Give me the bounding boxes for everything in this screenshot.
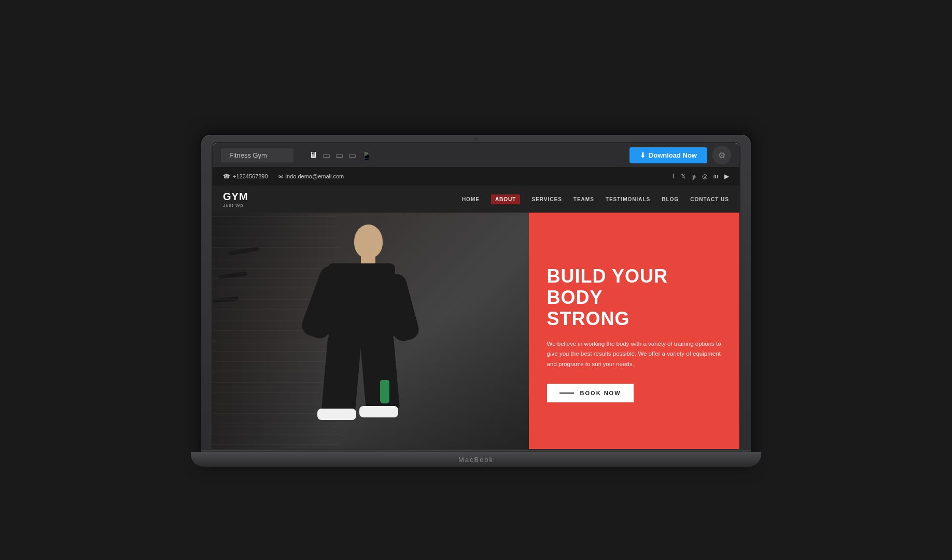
contact-info: ☎ +1234567890 ✉ indo.demo@email.com <box>223 173 344 180</box>
hero-headline-line2: STRONG <box>547 308 630 329</box>
btn-line-decoration <box>559 393 574 394</box>
website: GYM Just Wp HOME ABOUT SERVICES TEAMS TE… <box>213 186 739 455</box>
instagram-icon[interactable]: ◎ <box>702 173 707 180</box>
book-now-button[interactable]: BOOK NOW <box>547 384 634 402</box>
hero-image <box>213 213 529 455</box>
phone-number: +1234567890 <box>233 173 268 179</box>
logo-subtitle: Just Wp <box>223 203 248 208</box>
logo-title: GYM <box>223 191 248 203</box>
gear-button[interactable]: ⚙ <box>712 146 731 164</box>
download-label: Download Now <box>649 151 697 159</box>
linkedin-icon[interactable]: in <box>713 173 718 180</box>
device-icons: 🖥 ▭ ▭ ▭ 📱 <box>309 150 372 160</box>
hero-description: We believe in working the body with a va… <box>547 339 721 370</box>
site-title: Fitness Gym <box>221 148 293 162</box>
twitter-icon[interactable]: 𝕏 <box>681 173 686 180</box>
figure-left-leg <box>321 332 362 418</box>
small-tablet-icon[interactable]: ▭ <box>348 150 356 160</box>
nav-item-testimonials[interactable]: TESTIMONIALS <box>606 197 650 202</box>
figure-right-shoe <box>359 406 398 417</box>
desktop-icon[interactable]: 🖥 <box>309 150 317 160</box>
nav-item-blog[interactable]: BLOG <box>662 197 679 202</box>
hero-headline: BUILD YOUR BODY STRONG <box>547 265 721 330</box>
email-address: indo.demo@email.com <box>286 173 344 179</box>
person-figure <box>276 225 450 448</box>
hero-headline-line1: BUILD YOUR BODY <box>547 265 668 308</box>
phone-icon: ☎ <box>223 173 230 180</box>
facebook-icon[interactable]: f <box>673 173 674 180</box>
download-button[interactable]: ⬇ Download Now <box>629 147 707 163</box>
laptop-base: MacBook <box>191 452 761 467</box>
laptop-body: Fitness Gym 🖥 ▭ ▭ ▭ 📱 ⬇ Download Now <box>201 135 751 467</box>
book-btn-label: BOOK NOW <box>580 390 621 396</box>
youtube-icon[interactable]: ▶ <box>724 173 729 180</box>
monitor-icon[interactable]: ▭ <box>323 150 330 160</box>
email-item: ✉ indo.demo@email.com <box>278 173 344 180</box>
nav-item-about[interactable]: ABOUT <box>491 194 521 204</box>
camera <box>474 137 478 141</box>
nav-item-teams[interactable]: TEAMS <box>573 197 594 202</box>
figure-right-leg <box>359 332 400 415</box>
navbar: GYM Just Wp HOME ABOUT SERVICES TEAMS TE… <box>213 186 739 213</box>
hero-section: BUILD YOUR BODY STRONG We believe in wor… <box>213 213 739 455</box>
nav-item-home[interactable]: HOME <box>462 197 480 202</box>
social-icons: f 𝕏 𝐩 ◎ in ▶ <box>673 173 729 180</box>
download-icon: ⬇ <box>640 151 646 159</box>
nav-menu: HOME ABOUT SERVICES TEAMS TESTIMONIALS B… <box>462 194 729 204</box>
hero-content-panel: BUILD YOUR BODY STRONG We believe in wor… <box>529 213 739 455</box>
pinterest-icon[interactable]: 𝐩 <box>692 173 696 180</box>
tablet-icon[interactable]: ▭ <box>335 150 343 160</box>
screen-bezel: Fitness Gym 🖥 ▭ ▭ ▭ 📱 ⬇ Download Now <box>212 142 740 456</box>
macbook: Fitness Gym 🖥 ▭ ▭ ▭ 📱 ⬇ Download Now <box>191 93 761 467</box>
gym-photo <box>213 213 529 455</box>
email-icon: ✉ <box>278 173 283 180</box>
phone-item: ☎ +1234567890 <box>223 173 268 180</box>
mobile-icon[interactable]: 📱 <box>361 150 372 160</box>
figure-bottle <box>380 380 389 403</box>
screen-content: Fitness Gym 🖥 ▭ ▭ ▭ 📱 ⬇ Download Now <box>213 143 739 455</box>
contact-bar: ☎ +1234567890 ✉ indo.demo@email.com f 𝕏 <box>213 167 739 186</box>
scene: Fitness Gym 🖥 ▭ ▭ ▭ 📱 ⬇ Download Now <box>191 93 761 467</box>
figure-left-shoe <box>317 409 356 420</box>
toolbar: Fitness Gym 🖥 ▭ ▭ ▭ 📱 ⬇ Download Now <box>213 143 739 167</box>
brand-label: MacBook <box>458 456 494 464</box>
nav-logo: GYM Just Wp <box>223 191 248 208</box>
figure-head <box>354 225 383 258</box>
gear-icon: ⚙ <box>718 150 725 160</box>
nav-item-services[interactable]: SERVICES <box>531 197 562 202</box>
nav-item-contact[interactable]: CONTACT US <box>690 197 729 202</box>
